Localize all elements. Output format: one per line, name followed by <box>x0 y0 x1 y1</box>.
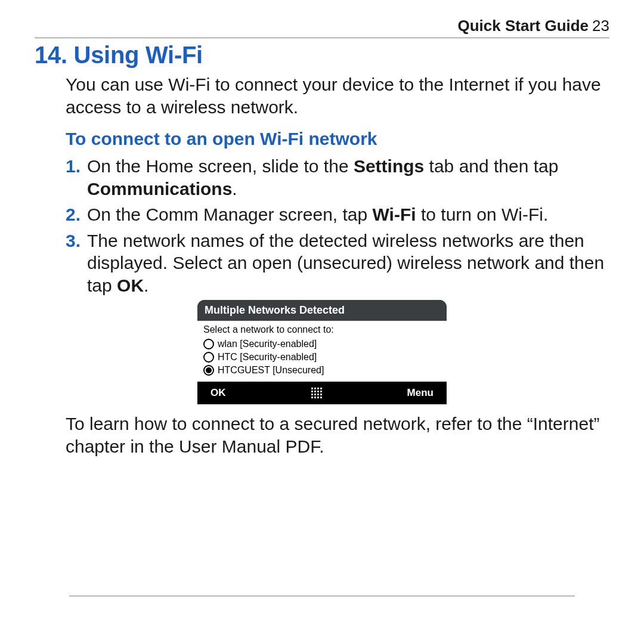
intro-paragraph: You can use Wi-Fi to connect your device… <box>66 73 609 118</box>
bold-ok: OK <box>117 275 144 295</box>
dialog-title: Multiple Networks Detected <box>197 300 447 321</box>
network-option-wlan[interactable]: wlan [Security-enabled] <box>203 338 441 351</box>
network-label: HTC [Security-enabled] <box>218 352 317 363</box>
section-heading: Using Wi-Fi <box>74 42 203 68</box>
step-number: 1. <box>66 155 87 200</box>
step-body: On the Comm Manager screen, tap Wi-Fi to… <box>87 203 609 226</box>
ok-button[interactable]: OK <box>210 387 226 399</box>
step-number: 2. <box>66 203 87 226</box>
radio-unselected-icon <box>203 339 214 349</box>
header-label: Quick Start Guide <box>457 17 589 35</box>
step-body: The network names of the detected wirele… <box>87 230 609 297</box>
menu-button[interactable]: Menu <box>407 387 434 399</box>
steps-list: 1. On the Home screen, slide to the Sett… <box>66 155 609 296</box>
network-option-htcguest[interactable]: HTCGUEST [Unsecured] <box>203 364 441 377</box>
section-number: 14. <box>35 42 67 68</box>
dialog-softkeys: OK Menu <box>197 382 447 404</box>
header-page-number: 23 <box>592 17 609 35</box>
network-option-htc[interactable]: HTC [Security-enabled] <box>203 351 441 364</box>
bold-communications: Communications <box>87 179 232 199</box>
dialog-body: Select a network to connect to: wlan [Se… <box>197 321 447 382</box>
subheading-connect-open: To connect to an open Wi-Fi network <box>66 129 609 149</box>
step-number: 3. <box>66 230 87 297</box>
keypad-icon[interactable] <box>310 386 323 400</box>
step-2: 2. On the Comm Manager screen, tap Wi-Fi… <box>66 203 609 226</box>
network-label: wlan [Security-enabled] <box>218 339 317 349</box>
closing-paragraph: To learn how to connect to a secured net… <box>66 413 609 457</box>
footer-rule <box>69 596 575 596</box>
section-title: 14. Using Wi-Fi <box>35 42 609 69</box>
dialog-prompt: Select a network to connect to: <box>203 324 441 335</box>
phone-screenshot: Multiple Networks Detected Select a netw… <box>35 300 609 404</box>
phone-frame: Multiple Networks Detected Select a netw… <box>197 300 447 404</box>
bold-settings: Settings <box>354 156 424 176</box>
page-header: Quick Start Guide 23 <box>35 17 609 38</box>
network-label: HTCGUEST [Unsecured] <box>218 365 324 376</box>
radio-unselected-icon <box>203 352 214 363</box>
radio-selected-icon <box>203 365 214 376</box>
bold-wifi: Wi-Fi <box>373 205 416 224</box>
step-3: 3. The network names of the detected wir… <box>66 230 609 297</box>
step-body: On the Home screen, slide to the Setting… <box>87 155 609 200</box>
step-1: 1. On the Home screen, slide to the Sett… <box>66 155 609 200</box>
